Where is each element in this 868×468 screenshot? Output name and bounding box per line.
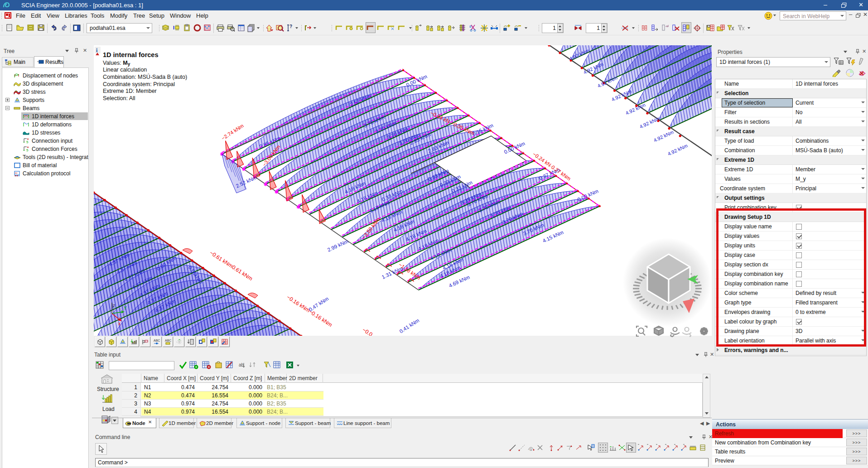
svg-text:1D internal forces: 1D internal forces — [103, 51, 159, 58]
svg-text:8: 8 — [469, 24, 472, 29]
svg-text:G: G — [530, 448, 532, 451]
svg-text:Values: My: Values: My — [103, 60, 130, 67]
svg-text:?: ? — [289, 24, 292, 29]
svg-text:Selection: All: Selection: All — [103, 95, 135, 101]
svg-text:ABC: ABC — [165, 339, 171, 342]
svg-text:ABC: ABC — [154, 339, 160, 342]
svg-text:Combination: MSÚ-Sada B (auto): Combination: MSÚ-Sada B (auto) — [103, 73, 187, 80]
svg-text:5: 5 — [26, 148, 29, 152]
svg-text:Extreme 1D: Member: Extreme 1D: Member — [103, 88, 157, 94]
svg-text:I: I — [173, 25, 174, 30]
svg-text:5: 5 — [26, 140, 29, 144]
svg-text:Y: Y — [124, 306, 127, 311]
svg-text:x: x — [118, 321, 121, 326]
svg-text:z: z — [113, 303, 115, 308]
svg-text:Linear calculation: Linear calculation — [103, 67, 147, 73]
svg-text:Coordinate system: Principal: Coordinate system: Principal — [103, 81, 175, 87]
